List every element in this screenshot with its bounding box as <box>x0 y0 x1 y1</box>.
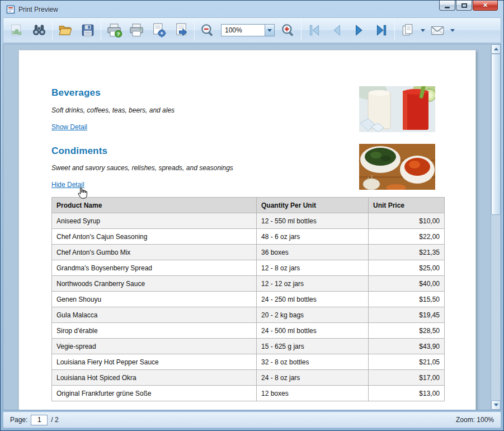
category-title-beverages: Beverages <box>51 87 101 99</box>
close-button[interactable]: ✕ <box>473 1 498 11</box>
table-row: Sirop d'érable24 - 500 ml bottles$28,50 <box>52 323 445 339</box>
quantity-cell: 24 - 500 ml bottles <box>257 323 369 339</box>
minimize-button[interactable] <box>439 1 455 11</box>
product-name-cell: Original Frankfurter grüne Soße <box>52 386 257 401</box>
table-row: Northwoods Cranberry Sauce12 - 12 oz jar… <box>52 276 445 292</box>
toolbar-separator <box>194 21 195 40</box>
product-name-cell: Sirop d'érable <box>52 323 257 339</box>
quantity-cell: 12 - 550 ml bottles <box>257 213 369 229</box>
window-title: Print Preview <box>18 6 58 13</box>
table-row: Louisiana Hot Spiced Okra24 - 8 oz jars$… <box>52 370 445 386</box>
save-icon <box>81 23 95 38</box>
vertical-scrollbar[interactable] <box>491 44 500 410</box>
arrow-down-icon <box>494 404 498 406</box>
scale-button[interactable] <box>170 19 192 41</box>
page-label: Page: <box>10 416 27 424</box>
preview-area: Beverages Soft drinks, coffees, teas, be… <box>3 44 501 410</box>
print-button[interactable]: ? <box>103 19 125 41</box>
quantity-cell: 12 boxes <box>257 386 369 401</box>
search-button[interactable] <box>28 19 50 41</box>
app-icon <box>6 5 15 14</box>
zoom-combo-dropdown[interactable] <box>265 25 274 36</box>
open-button[interactable] <box>54 19 77 41</box>
quantity-cell: 24 - 8 oz jars <box>257 370 369 386</box>
zoom-status: Zoom: 100% <box>456 416 494 424</box>
page-total: / 2 <box>51 416 58 424</box>
zoom-combo-value: 100% <box>222 25 265 36</box>
maximize-button[interactable] <box>456 1 472 11</box>
save-button[interactable] <box>77 19 99 41</box>
next-page-button[interactable] <box>348 19 370 41</box>
table-row: Grandma's Boysenberry Spread12 - 8 oz ja… <box>52 260 445 276</box>
price-cell: $19,45 <box>369 307 445 323</box>
quick-print-button[interactable] <box>125 19 148 41</box>
price-cell: $13,00 <box>369 386 445 401</box>
scrollbar-thumb[interactable] <box>491 54 501 215</box>
zoom-out-button[interactable] <box>196 19 219 41</box>
condiments-photo <box>359 144 435 190</box>
scroll-up-button[interactable] <box>491 44 501 54</box>
price-cell: $21,05 <box>369 354 445 370</box>
previous-page-button[interactable] <box>326 19 348 41</box>
toolbar-separator <box>394 21 395 40</box>
first-page-icon <box>307 23 322 38</box>
previous-page-icon <box>329 23 344 38</box>
customize-icon <box>10 23 24 38</box>
product-name-cell: Genen Shouyu <box>52 292 257 307</box>
table-row: Vegie-spread15 - 625 g jars$43,90 <box>52 339 445 354</box>
toolbar-separator <box>52 21 53 40</box>
export-document-button[interactable] <box>397 19 419 41</box>
multiple-pages-icon <box>401 23 415 38</box>
quantity-cell: 36 boxes <box>257 245 369 260</box>
price-cell: $25,00 <box>369 260 445 276</box>
product-name-cell: Aniseed Syrup <box>52 213 257 229</box>
send-email-dropdown-button[interactable] <box>449 21 456 40</box>
product-name-cell: Vegie-spread <box>52 339 257 354</box>
page-setup-button[interactable] <box>148 19 170 41</box>
export-dropdown-button[interactable] <box>419 21 426 40</box>
category-title-condiments: Condiments <box>51 146 107 157</box>
scale-icon <box>173 22 189 38</box>
beverages-photo <box>359 86 435 132</box>
product-table: Product NameQuantity Per UnitUnit Price … <box>51 197 445 401</box>
table-row: Gula Malacca20 - 2 kg bags$19,45 <box>52 307 445 323</box>
zoom-in-button[interactable] <box>277 19 299 41</box>
print-icon: ? <box>106 22 122 38</box>
price-cell: $22,00 <box>369 229 445 245</box>
next-page-icon <box>352 23 366 38</box>
scroll-down-button[interactable] <box>491 400 501 410</box>
svg-text:?: ? <box>117 31 120 37</box>
page-number-input[interactable] <box>31 415 48 425</box>
mouse-cursor-hand-icon <box>77 187 87 202</box>
last-page-button[interactable] <box>370 19 393 41</box>
quantity-cell: 12 - 12 oz jars <box>257 276 369 292</box>
chevron-down-icon <box>450 29 455 32</box>
price-cell: $15,50 <box>369 292 445 307</box>
product-name-cell: Gula Malacca <box>52 307 257 323</box>
toolbar: ? <box>3 17 501 43</box>
product-name-cell: Grandma's Boysenberry Spread <box>52 260 257 276</box>
window-controls: ✕ <box>439 1 498 11</box>
table-row: Chef Anton's Cajun Seasoning48 - 6 oz ja… <box>52 229 445 245</box>
titlebar: Print Preview ✕ <box>3 1 501 17</box>
zoom-combo[interactable]: 100% <box>221 24 275 36</box>
show-detail-link[interactable]: Show Detail <box>51 123 87 131</box>
document-page: Beverages Soft drinks, coffees, teas, be… <box>18 50 476 410</box>
column-header: Quantity Per Unit <box>257 198 369 213</box>
customize-button[interactable] <box>6 19 28 41</box>
first-page-button[interactable] <box>303 19 326 41</box>
price-cell: $40,00 <box>369 276 445 292</box>
quantity-cell: 15 - 625 g jars <box>257 339 369 354</box>
send-email-button[interactable] <box>426 19 449 41</box>
zoom-out-icon <box>200 23 215 38</box>
zoom-in-icon <box>281 23 295 38</box>
toolbar-separator <box>301 21 302 40</box>
product-name-cell: Chef Anton's Cajun Seasoning <box>52 229 257 245</box>
table-row: Genen Shouyu24 - 250 ml bottles$15,50 <box>52 292 445 307</box>
price-cell: $28,50 <box>369 323 445 339</box>
statusbar: Page: / 2 Zoom: 100% <box>3 411 501 428</box>
price-cell: $43,90 <box>369 339 445 354</box>
product-name-cell: Louisiana Fiery Hot Pepper Sauce <box>52 354 257 370</box>
toolbar-separator <box>101 21 101 40</box>
table-row: Original Frankfurter grüne Soße12 boxes$… <box>52 386 445 401</box>
